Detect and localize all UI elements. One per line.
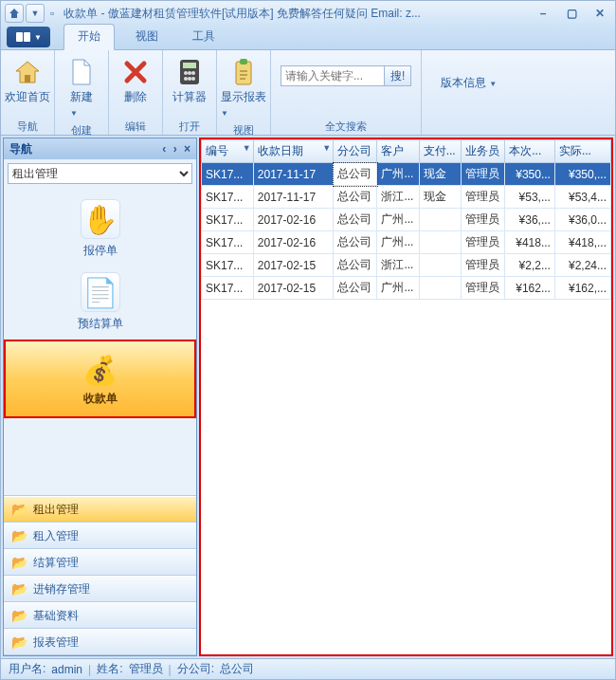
nav-item-icon: 📄: [81, 272, 120, 312]
cell: SK17...: [202, 254, 254, 277]
nav-item-icon: ✋: [81, 199, 120, 239]
cell: [419, 254, 461, 277]
tab-view[interactable]: 视图: [122, 25, 172, 49]
calculator-icon: [174, 57, 205, 87]
status-name-label: 姓名:: [97, 661, 122, 677]
minimize-button[interactable]: –: [532, 5, 554, 22]
grid-col-1[interactable]: 收款日期▼: [253, 140, 333, 163]
cell: 浙江...: [377, 254, 419, 277]
cell: 总公司: [334, 209, 377, 231]
ribbon-group-create: 新建▼ 创建: [55, 50, 109, 135]
nav-folder-报表管理[interactable]: 📂报表管理: [4, 629, 196, 655]
nav-item-label: 预结算单: [4, 316, 196, 332]
cell: ¥36,...: [505, 209, 555, 231]
nav-item-预结算单[interactable]: 📄预结算单: [4, 266, 196, 334]
grid-col-label: 实际...: [559, 144, 591, 157]
nav-chevron-right-icon[interactable]: ›: [173, 142, 177, 156]
table-row[interactable]: SK17...2017-02-15总公司浙江...管理员¥2,2...¥2,24…: [202, 254, 611, 277]
table-row[interactable]: SK17...2017-02-15总公司广州...管理员¥162...¥162,…: [202, 277, 611, 300]
cell: [419, 209, 461, 231]
nav-chevron-left-icon[interactable]: ‹: [162, 142, 166, 156]
ribbon-group-search: 搜! 全文搜索: [271, 50, 422, 135]
table-row[interactable]: SK17...2017-02-16总公司广州...管理员¥36,...¥36,0…: [202, 209, 611, 231]
minimize-icon: –: [540, 7, 547, 20]
version-info-button[interactable]: 版本信息 ▼: [433, 71, 504, 95]
grid-col-2[interactable]: 分公司: [334, 140, 377, 163]
table-row[interactable]: SK17...2017-02-16总公司广州...管理员¥418...¥418,…: [202, 231, 611, 254]
new-label: 新建: [70, 90, 93, 103]
ribbon-group-view: 显示报表▼ 视图: [217, 50, 271, 135]
nav-folder-基础资料[interactable]: 📂基础资料: [4, 602, 196, 629]
nav-folder-结算管理[interactable]: 📂结算管理: [4, 549, 196, 576]
navigation-panel: 导航 ‹ › × 租出管理 ✋报停单📄预结算单💰收款单 📂租出管理📂租入管理📂结…: [3, 138, 197, 656]
delete-x-icon: [120, 57, 151, 87]
grid-col-0[interactable]: 编号▼: [202, 140, 254, 163]
data-grid[interactable]: 编号▼收款日期▼分公司客户支付...业务员本次...实际... SK17...2…: [201, 139, 611, 300]
tab-start[interactable]: 开始: [63, 24, 115, 50]
chevron-down-icon: ▼: [70, 109, 78, 118]
nav-item-报停单[interactable]: ✋报停单: [4, 193, 196, 261]
filter-icon[interactable]: ▼: [322, 143, 331, 153]
cell: ¥53,...: [505, 186, 555, 209]
show-report-label: 显示报表: [221, 90, 266, 103]
cell: 广州...: [377, 163, 419, 186]
search-input[interactable]: [281, 65, 385, 86]
calculator-button[interactable]: 计算器: [167, 52, 212, 110]
home-title-button[interactable]: [5, 4, 24, 23]
folder-icon: 📂: [11, 502, 27, 517]
welcome-home-button[interactable]: 欢迎首页: [5, 52, 50, 110]
ribbon-group-open: 计算器 打开: [163, 50, 217, 135]
ribbon-group-edit: 删除 编辑: [109, 50, 163, 135]
new-button[interactable]: 新建▼: [59, 52, 104, 123]
cell: ¥162,...: [554, 277, 610, 300]
grid-col-label: 分公司: [337, 144, 371, 157]
nav-close-icon[interactable]: ×: [184, 142, 190, 156]
grid-col-4[interactable]: 支付...: [419, 140, 461, 163]
cell: SK17...: [202, 277, 254, 300]
dropdown-title-button[interactable]: ▼: [26, 4, 45, 23]
cell: 管理员: [461, 209, 504, 231]
nav-folder-进销存管理[interactable]: 📂进销存管理: [4, 576, 196, 602]
clipboard-icon: [228, 57, 259, 87]
svg-point-5: [184, 71, 188, 75]
svg-rect-0: [16, 32, 23, 42]
nav-folder-租入管理[interactable]: 📂租入管理: [4, 523, 196, 549]
nav-folder-label: 进销存管理: [33, 581, 90, 597]
nav-folder-租出管理[interactable]: 📂租出管理: [4, 496, 196, 523]
status-separator: |: [169, 663, 172, 676]
status-name-value: 管理员: [129, 661, 163, 677]
folder-icon: 📂: [11, 555, 27, 570]
cell: 总公司: [334, 254, 377, 277]
svg-point-9: [188, 77, 191, 81]
ribbon-group-nav: 欢迎首页 导航: [1, 50, 55, 135]
search-button[interactable]: 搜!: [385, 65, 411, 86]
app-menu-button[interactable]: ▼: [7, 27, 50, 47]
folder-icon: 📂: [11, 528, 27, 543]
svg-rect-4: [183, 63, 196, 68]
nav-item-list: ✋报停单📄预结算单💰收款单: [4, 188, 196, 495]
tab-tools[interactable]: 工具: [179, 25, 228, 49]
grid-col-6[interactable]: 本次...: [505, 140, 555, 163]
table-row[interactable]: SK17...2017-11-17总公司广州...现金管理员¥350...¥35…: [202, 163, 611, 186]
folder-icon: 📂: [11, 634, 27, 650]
grid-col-5[interactable]: 业务员: [461, 140, 504, 163]
cell: 广州...: [377, 277, 419, 300]
delete-button[interactable]: 删除: [113, 52, 158, 110]
nav-category-select[interactable]: 租出管理: [8, 163, 192, 184]
close-button[interactable]: ✕: [589, 5, 611, 22]
group-label-search: 全文搜索: [281, 119, 411, 135]
show-report-button[interactable]: 显示报表▼: [221, 52, 266, 123]
grid-col-7[interactable]: 实际...: [554, 140, 610, 163]
grid-col-3[interactable]: 客户: [377, 140, 419, 163]
folder-icon: 📂: [11, 608, 27, 623]
table-row[interactable]: SK17...2017-11-17总公司浙江...现金管理员¥53,...¥53…: [202, 186, 611, 209]
cell: ¥350,...: [554, 163, 610, 186]
maximize-button[interactable]: ▢: [560, 5, 583, 22]
grid-col-label: 客户: [381, 144, 404, 157]
document-icon: [66, 57, 97, 87]
ribbon: 欢迎首页 导航 新建▼ 创建 删除 编辑 计算器 打开: [1, 50, 615, 136]
grid-header-row: 编号▼收款日期▼分公司客户支付...业务员本次...实际...: [202, 140, 611, 163]
filter-icon[interactable]: ▼: [243, 143, 251, 153]
nav-item-收款单[interactable]: 💰收款单: [4, 340, 196, 418]
cell: 广州...: [377, 231, 419, 254]
